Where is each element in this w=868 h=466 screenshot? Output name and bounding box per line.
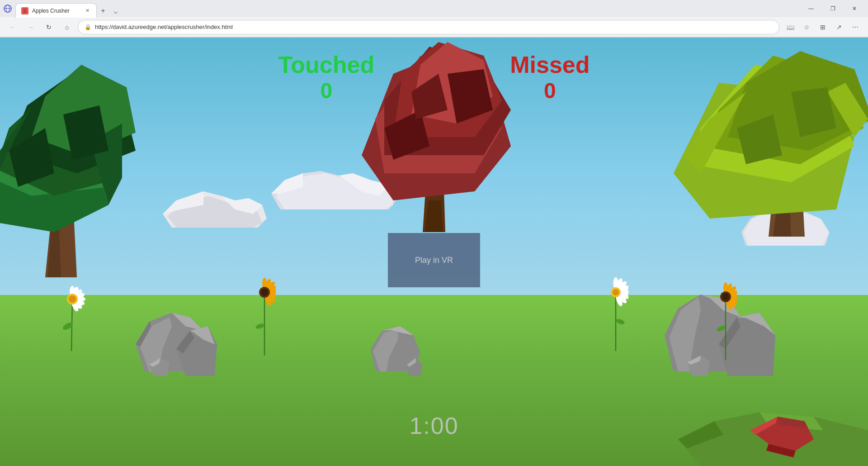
tab-title: Apples Crusher	[32, 8, 80, 14]
svg-point-118	[722, 293, 729, 300]
tab-bar: Apples Crusher ✕ + ⌵	[15, 0, 797, 17]
svg-point-96	[615, 318, 625, 325]
svg-point-84	[255, 323, 265, 330]
nav-bar: ← → ↻ ⌂ 🔒 https://david.azureedge.net/ap…	[0, 17, 868, 37]
favorites-button[interactable]: ☆	[799, 20, 814, 34]
svg-point-82	[69, 295, 76, 303]
active-tab[interactable]: Apples Crusher ✕	[15, 3, 97, 18]
reader-mode-button[interactable]: 📖	[783, 20, 797, 34]
missed-label: Missed	[510, 51, 590, 78]
touched-value: 0	[278, 78, 374, 103]
rocks-center	[371, 322, 425, 376]
timer: 1:00	[409, 412, 458, 439]
minimize-button[interactable]: —	[801, 0, 821, 17]
settings-button[interactable]: ⋯	[848, 20, 863, 34]
svg-point-3	[23, 8, 27, 12]
title-bar-left	[4, 5, 12, 13]
title-bar: Apples Crusher ✕ + ⌵ — ❐ ✕	[0, 0, 868, 17]
share-button[interactable]: ↗	[832, 20, 846, 34]
tab-favicon	[21, 7, 28, 14]
flower-sunflower-right	[714, 272, 737, 362]
touched-score-block: Touched 0	[278, 51, 374, 103]
svg-point-94	[261, 289, 268, 296]
missed-value: 0	[510, 78, 590, 103]
flower-daisy-right	[604, 267, 628, 353]
window-controls: — ❐ ✕	[801, 0, 864, 17]
lock-icon: 🔒	[85, 24, 91, 30]
tab-close-button[interactable]: ✕	[84, 7, 91, 14]
collections-button[interactable]: ⊞	[816, 20, 830, 34]
touched-label: Touched	[278, 51, 374, 78]
browser-icon	[4, 5, 12, 13]
game-viewport: Touched 0 Missed 0	[0, 38, 868, 466]
cloud-1	[163, 191, 267, 232]
rocks-left	[136, 304, 217, 376]
bottom-right-structure	[678, 376, 868, 466]
flower-left-daisy	[59, 272, 86, 353]
back-button[interactable]: ←	[5, 20, 20, 34]
close-button[interactable]: ✕	[844, 0, 864, 17]
maximize-button[interactable]: ❐	[823, 0, 843, 17]
new-tab-button[interactable]: +	[97, 5, 109, 17]
tab-menu-button[interactable]: ⌵	[109, 5, 122, 17]
url-text: https://david.azureedge.net/applescrushe…	[95, 24, 773, 30]
svg-point-108	[716, 324, 726, 333]
forward-button[interactable]: →	[24, 20, 38, 34]
address-bar[interactable]: 🔒 https://david.azureedge.net/applescrus…	[78, 20, 779, 34]
reload-button[interactable]: ↻	[42, 20, 56, 34]
missed-score-block: Missed 0	[510, 51, 590, 103]
nav-right-icons: 📖 ☆ ⊞ ↗ ⋯	[783, 20, 863, 34]
svg-rect-4	[23, 12, 27, 13]
play-vr-button[interactable]: Play in VR	[388, 233, 480, 287]
score-area: Touched 0 Missed 0	[0, 51, 868, 103]
flower-sunflower-left	[253, 267, 276, 358]
home-button[interactable]: ⌂	[60, 20, 74, 34]
browser-chrome: Apples Crusher ✕ + ⌵ — ❐ ✕ ← → ↻ ⌂ 🔒 htt…	[0, 0, 868, 38]
svg-point-106	[613, 289, 619, 295]
